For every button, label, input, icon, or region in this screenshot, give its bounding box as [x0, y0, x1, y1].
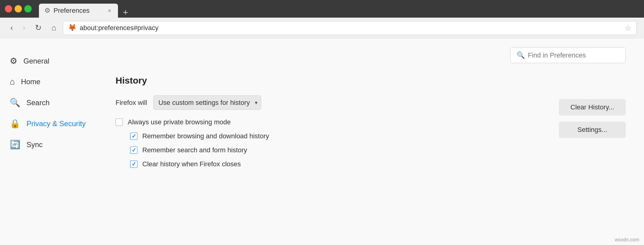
sidebar-item-label-home: Home	[21, 78, 40, 86]
window-controls	[5, 5, 32, 12]
preferences-tab-title: Preferences	[54, 7, 90, 15]
bookmark-icon[interactable]: ☆	[625, 24, 632, 32]
firefox-logo: 🦊	[68, 24, 77, 32]
find-search-icon: 🔍	[517, 51, 525, 59]
new-tab-button[interactable]: +	[120, 7, 131, 18]
lock-icon: 🔒	[10, 119, 20, 129]
sidebar: ⚙ General ⌂ Home 🔍 Search 🔒 Privacy & Se…	[0, 38, 97, 245]
address-bar[interactable]: 🦊 about:preferences#privacy ☆	[63, 21, 637, 35]
sync-icon: 🔄	[10, 140, 20, 150]
history-row: Firefox will Remember history Never reme…	[116, 95, 626, 110]
reload-button[interactable]: ↻	[32, 21, 45, 34]
checkbox-form-history[interactable]	[130, 147, 137, 154]
gear-icon: ⚙	[10, 56, 17, 66]
sidebar-item-general[interactable]: ⚙ General	[0, 50, 97, 71]
main-content: ⚙ General ⌂ Home 🔍 Search 🔒 Privacy & Se…	[0, 38, 644, 245]
sidebar-item-label-sync: Sync	[26, 140, 43, 149]
sidebar-item-sync[interactable]: 🔄 Sync	[0, 134, 97, 155]
action-buttons: Clear History... Settings...	[559, 99, 626, 138]
checkbox-row-private-mode[interactable]: Always use private browsing mode	[116, 118, 626, 126]
search-icon: 🔍	[10, 98, 20, 108]
history-select-wrapper: Remember history Never remember history …	[153, 95, 261, 110]
sidebar-item-label-privacy: Privacy & Security	[26, 119, 86, 128]
content-area: 🔍 History Firefox will Remember history …	[97, 38, 644, 245]
checkbox-row-clear-on-close[interactable]: Clear history when Firefox closes	[130, 160, 626, 168]
checkbox-row-browse-history[interactable]: Remember browsing and download history	[130, 132, 626, 140]
find-in-preferences[interactable]: 🔍	[510, 47, 626, 63]
title-bar: ⚙ Preferences × +	[0, 0, 644, 18]
nav-bar: ‹ › ↻ ⌂ 🦊 about:preferences#privacy ☆	[0, 18, 644, 38]
firefox-will-label: Firefox will	[116, 99, 147, 107]
preferences-tab-icon: ⚙	[44, 7, 50, 15]
clear-history-button[interactable]: Clear History...	[559, 99, 626, 116]
sidebar-item-search[interactable]: 🔍 Search	[0, 92, 97, 113]
home-button[interactable]: ⌂	[48, 21, 59, 34]
find-in-preferences-input[interactable]	[528, 51, 619, 59]
checkbox-label-form-history: Remember search and form history	[142, 146, 247, 154]
close-tab-button[interactable]: ×	[106, 7, 113, 14]
checkbox-label-browse-history: Remember browsing and download history	[142, 132, 269, 140]
watermark: wsxdn.com	[615, 237, 639, 243]
checkbox-label-clear-on-close: Clear history when Firefox closes	[142, 160, 241, 168]
search-bar-top: 🔍	[116, 47, 626, 63]
close-window-button[interactable]	[5, 5, 12, 12]
back-button[interactable]: ‹	[7, 21, 16, 34]
sidebar-item-privacy[interactable]: 🔒 Privacy & Security	[0, 113, 97, 134]
history-select[interactable]: Remember history Never remember history …	[153, 95, 261, 110]
checkbox-label-private-mode: Always use private browsing mode	[128, 118, 231, 126]
sidebar-item-label-search: Search	[26, 98, 50, 107]
home-icon: ⌂	[10, 77, 15, 87]
sidebar-item-home[interactable]: ⌂ Home	[0, 71, 97, 92]
minimize-window-button[interactable]	[15, 5, 22, 12]
tab-bar: ⚙ Preferences × +	[39, 0, 639, 18]
checkbox-browse-history[interactable]	[130, 133, 137, 140]
sidebar-item-label-general: General	[23, 57, 49, 65]
preferences-tab[interactable]: ⚙ Preferences ×	[39, 4, 118, 18]
checkbox-clear-on-close[interactable]	[130, 160, 137, 168]
address-text: about:preferences#privacy	[80, 24, 622, 32]
checkbox-private-mode[interactable]	[116, 119, 123, 126]
maximize-window-button[interactable]	[24, 5, 32, 12]
checkbox-row-form-history[interactable]: Remember search and form history	[130, 146, 626, 154]
section-title: History	[116, 75, 626, 86]
settings-button[interactable]: Settings...	[559, 122, 626, 138]
forward-button[interactable]: ›	[20, 21, 29, 34]
